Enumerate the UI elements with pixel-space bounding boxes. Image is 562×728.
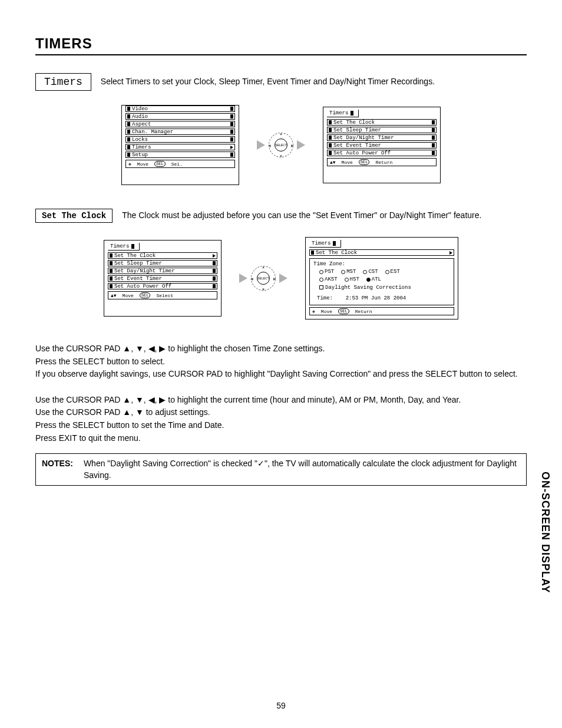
- menu-item-audio: Audio: [125, 113, 235, 120]
- tz-pst: PST: [319, 269, 334, 275]
- check-icon: ✓: [257, 459, 265, 468]
- daylight-saving-row: Daylight Saving Corrections: [319, 285, 450, 291]
- clock-settings-panel: Time Zone: PST MST CST EST AKST HST ATL …: [309, 258, 454, 305]
- menu-item-setup: Setup: [125, 151, 235, 158]
- menu-item-timers: Timers: [125, 144, 235, 150]
- tz-est: EST: [385, 269, 400, 275]
- updown-icon: ▲▼: [330, 160, 336, 165]
- page-number: 59: [0, 701, 562, 710]
- menu-item-auto-power: Set Auto Power Off: [327, 150, 437, 156]
- arrow-right-icon: [239, 274, 247, 283]
- main-menu-footer: ✥ Move SEL Sel.: [125, 160, 235, 168]
- osd-title-timers-3: Timers: [309, 240, 341, 248]
- time-value: 2:53 PM Jun 28 2004: [346, 295, 406, 301]
- osd-subtitle-set-clock: Set The Clock: [309, 249, 454, 256]
- arrow-right-icon: [297, 140, 305, 150]
- cursor-all-icon: ▲, ▼, ◀, ▶: [123, 344, 166, 353]
- select-button-graphic: ▲▼▶◀ SELECT: [257, 133, 305, 157]
- tz-label: Time Zone:: [313, 261, 450, 267]
- cursor-pad-icon: ▲▼▶◀ SELECT: [269, 133, 293, 157]
- timers-label: Timers: [35, 73, 91, 91]
- arrow-move-icon: ✥: [312, 309, 315, 314]
- timers-description: Select Timers to set your Clock, Sleep T…: [101, 76, 527, 88]
- side-tab: ON-SCREEN DISPLAY: [539, 472, 551, 593]
- tz-row-1: PST MST CST EST: [319, 269, 450, 275]
- notes-box: NOTES: When "Daylight Saving Correction"…: [35, 453, 527, 486]
- select-button: SELECT: [275, 139, 287, 151]
- notes-text: When "Daylight Saving Correction" is che…: [84, 457, 520, 482]
- osd-title-timers: Timers: [327, 110, 359, 117]
- notes-label: NOTES:: [42, 457, 73, 482]
- arrow-right-icon: [257, 140, 265, 150]
- arrow-move-icon: ✥: [128, 162, 131, 167]
- tz-cst: CST: [363, 269, 378, 275]
- osd-title-timers-2: Timers: [108, 243, 140, 251]
- timers-menu-footer-2: ▲▼ Move SEL Select: [108, 291, 217, 299]
- menu-item-video: Video: [125, 106, 235, 112]
- menu-item-chan-manager: Chan. Manager: [125, 129, 235, 135]
- menu-item-set-sleep-2: Set Sleep Timer: [108, 260, 217, 266]
- menu-item-aspect: Aspect: [125, 121, 235, 127]
- osd-set-clock: Timers Set The Clock Time Zone: PST MST …: [305, 237, 458, 319]
- menu-item-set-sleep: Set Sleep Timer: [327, 127, 437, 133]
- set-clock-description: The Clock must be adjusted before you ca…: [122, 210, 527, 222]
- clock-footer: ✥ Move SEL Return: [309, 307, 454, 315]
- menu-item-set-event-2: Set Event Timer: [108, 275, 217, 282]
- updown-icon: ▲▼: [111, 293, 117, 298]
- select-button: SELECT: [257, 272, 270, 285]
- osd-timers-menu-2: Timers Set The Clock Set Sleep Timer Set…: [104, 240, 222, 317]
- menu-item-set-clock: Set The Clock: [327, 119, 437, 126]
- tz-mst: MST: [341, 269, 356, 275]
- menu-item-locks: Locks: [125, 136, 235, 143]
- cursor-updown-icon: ▲, ▼: [123, 407, 144, 417]
- menu-item-set-daynight: Set Day/Night Timer: [327, 134, 437, 141]
- timers-menu-footer: ▲▼ Move SEL Return: [327, 158, 437, 166]
- figure-timers-to-clock: Timers Set The Clock Set Sleep Timer Set…: [35, 237, 527, 319]
- menu-item-set-event: Set Event Timer: [327, 142, 437, 149]
- menu-item-auto-power-2: Set Auto Power Off: [108, 283, 217, 289]
- tz-akst: AKST: [319, 276, 338, 282]
- select-button-graphic-2: ▲▼▶◀ SELECT: [239, 266, 287, 291]
- osd-main-menu: Video Audio Aspect Chan. Manager Locks T…: [121, 105, 239, 185]
- osd-timers-menu: Timers Set The Clock Set Sleep Timer Set…: [323, 107, 441, 183]
- arrow-right-icon: [279, 274, 287, 283]
- timers-header: Timers Select Timers to set your Clock, …: [35, 73, 527, 91]
- menu-item-set-daynight-2: Set Day/Night Timer: [108, 268, 217, 274]
- cursor-pad-icon: ▲▼▶◀ SELECT: [251, 266, 276, 291]
- figure-main-to-timers: Video Audio Aspect Chan. Manager Locks T…: [35, 105, 527, 185]
- tz-row-2: AKST HST ATL: [319, 276, 450, 282]
- page-title: TIMERS: [35, 35, 527, 55]
- menu-item-set-clock-2: Set The Clock: [108, 252, 217, 259]
- tz-hst: HST: [345, 276, 359, 282]
- instructions-block-2: Use the CURSOR PAD ▲, ▼, ◀, ▶ to highlig…: [35, 394, 527, 444]
- time-row: Time: 2:53 PM Jun 28 2004: [317, 295, 450, 301]
- set-clock-header: Set The Clock The Clock must be adjusted…: [35, 209, 527, 223]
- instructions-block-1: Use the CURSOR PAD ▲, ▼, ◀, ▶ to highlig…: [35, 343, 527, 380]
- tz-atl: ATL: [366, 276, 381, 282]
- set-clock-label: Set The Clock: [35, 209, 113, 223]
- checkbox-icon: [319, 285, 323, 289]
- cursor-all-icon: ▲, ▼, ◀, ▶: [123, 395, 166, 404]
